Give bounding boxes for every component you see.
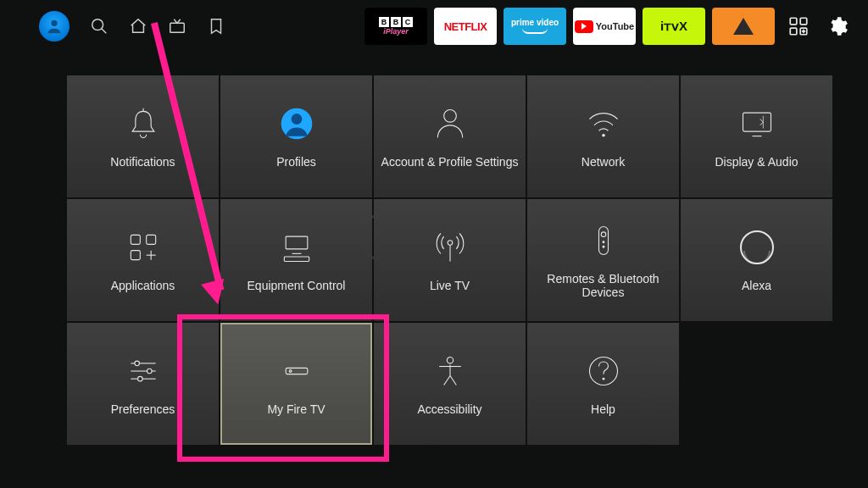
tile-label: Equipment Control <box>248 279 346 292</box>
tile-label: Account & Profile Settings <box>381 155 519 169</box>
svg-point-29 <box>601 232 606 237</box>
apps-icon <box>125 228 162 267</box>
tile-accessibility[interactable]: Accessibility <box>374 323 526 445</box>
svg-rect-6 <box>790 28 797 35</box>
tile-label: Network <box>581 155 625 169</box>
profile-avatar-icon <box>278 104 315 143</box>
wifi-icon <box>585 104 622 143</box>
sliders-icon <box>125 352 162 391</box>
app-shortcut-row: BBC iPlayer NETFLIX prime video YouTube … <box>364 8 775 45</box>
tile-label: Live TV <box>430 279 470 292</box>
search-icon[interactable] <box>90 17 108 36</box>
tile-help[interactable]: Help <box>527 323 679 445</box>
tile-label: Display & Audio <box>715 155 798 169</box>
svg-point-46 <box>602 378 604 380</box>
svg-point-35 <box>147 369 152 374</box>
person-icon <box>431 104 469 143</box>
svg-point-31 <box>603 246 604 247</box>
app-unnamed-orange[interactable] <box>712 8 775 45</box>
tile-label: My Fire TV <box>267 402 325 416</box>
svg-point-0 <box>51 20 57 26</box>
svg-rect-23 <box>286 236 308 249</box>
tile-display-audio[interactable]: Display & Audio <box>681 75 832 197</box>
svg-point-13 <box>443 110 456 123</box>
svg-rect-28 <box>598 227 608 255</box>
live-tv-icon[interactable] <box>168 17 186 36</box>
svg-rect-18 <box>131 235 140 244</box>
svg-rect-19 <box>146 235 155 244</box>
top-nav-bar: BBC iPlayer NETFLIX prime video YouTube … <box>0 0 868 53</box>
tile-label: Applications <box>111 279 175 292</box>
help-icon <box>585 352 622 391</box>
tile-applications[interactable]: Applications <box>67 199 219 321</box>
svg-line-2 <box>102 29 107 34</box>
tile-preferences[interactable]: Preferences <box>67 323 219 445</box>
antenna-icon <box>431 228 469 267</box>
bell-icon <box>125 104 162 143</box>
tile-label: Profiles <box>276 155 316 169</box>
display-icon <box>738 104 776 143</box>
svg-point-39 <box>289 370 292 373</box>
app-itvx[interactable]: iᴛᴠX <box>643 8 705 45</box>
svg-point-37 <box>137 376 142 381</box>
svg-point-30 <box>603 241 604 243</box>
svg-rect-5 <box>800 18 807 25</box>
app-bbc-iplayer[interactable]: BBC iPlayer <box>364 8 427 45</box>
app-prime-video[interactable]: prime video <box>504 8 566 45</box>
svg-line-44 <box>450 376 456 385</box>
svg-rect-4 <box>790 18 797 25</box>
apps-grid-icon[interactable] <box>783 11 814 42</box>
svg-point-40 <box>447 358 453 363</box>
app-netflix[interactable]: NETFLIX <box>434 8 497 45</box>
tile-label: Accessibility <box>417 402 481 416</box>
svg-point-1 <box>92 19 103 30</box>
tile-label: Help <box>591 402 615 416</box>
tile-equipment-control[interactable]: Equipment Control <box>220 199 372 321</box>
svg-line-43 <box>443 376 449 385</box>
tile-my-fire-tv[interactable]: My Fire TV <box>220 323 372 445</box>
tile-label: Remotes & Bluetooth Devices <box>532 272 674 299</box>
bookmark-icon[interactable] <box>207 17 225 36</box>
device-icon <box>278 352 315 391</box>
home-icon[interactable] <box>129 17 147 36</box>
tile-label: Preferences <box>111 402 175 416</box>
tile-profiles[interactable]: Profiles <box>220 75 372 197</box>
svg-point-12 <box>291 114 302 125</box>
tile-account-profile-settings[interactable]: Account & Profile Settings <box>374 75 526 197</box>
svg-rect-3 <box>170 23 185 32</box>
svg-point-33 <box>134 361 139 366</box>
nav-icon-row <box>39 11 225 42</box>
svg-rect-25 <box>284 257 309 262</box>
svg-rect-15 <box>743 113 771 131</box>
tile-label: Notifications <box>110 155 175 169</box>
svg-point-14 <box>602 134 605 137</box>
tile-live-tv[interactable]: Live TV <box>374 199 526 321</box>
svg-point-26 <box>448 241 453 246</box>
remote-icon <box>585 221 622 260</box>
tile-alexa[interactable]: Alexa <box>681 199 832 321</box>
tile-network[interactable]: Network <box>527 75 679 197</box>
accessibility-icon <box>431 352 469 391</box>
app-youtube[interactable]: YouTube <box>573 8 636 45</box>
equipment-icon <box>278 228 315 267</box>
profile-avatar[interactable] <box>39 11 70 42</box>
alexa-icon <box>740 228 774 267</box>
tile-remotes-bluetooth[interactable]: Remotes & Bluetooth Devices <box>527 199 679 321</box>
svg-rect-20 <box>131 251 140 260</box>
settings-gear-icon[interactable] <box>822 11 853 42</box>
tile-label: Alexa <box>742 279 771 292</box>
